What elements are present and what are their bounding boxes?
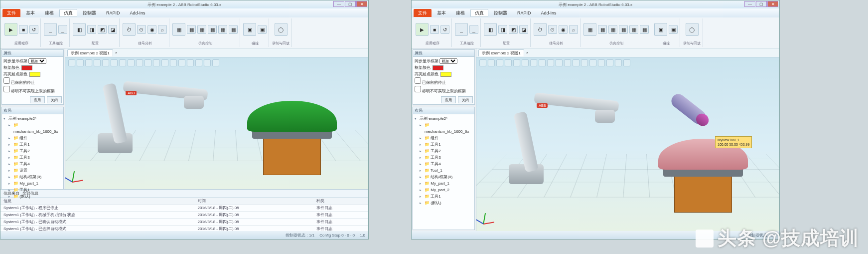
ribbon-button-icon[interactable]: ▦ xyxy=(218,25,227,34)
tab-基本[interactable]: 基本 xyxy=(21,9,39,17)
checkbox[interactable] xyxy=(3,86,10,92)
tree-item[interactable]: 📁 工具4 xyxy=(8,161,62,167)
ribbon-button-icon[interactable]: ▣ xyxy=(243,23,256,36)
tree-item[interactable]: 📁 My_part_1 xyxy=(420,180,473,187)
ribbon-button-icon[interactable]: ▦ xyxy=(197,25,206,34)
close-button[interactable]: ✕ xyxy=(356,1,367,7)
ribbon-button-icon[interactable]: ⎯ xyxy=(469,25,478,34)
ribbon-button-icon[interactable]: ▦ xyxy=(629,25,638,34)
view-tool-icon[interactable] xyxy=(204,59,211,66)
ribbon-button-icon[interactable]: ◩ xyxy=(509,25,518,34)
view-tab-close-icon[interactable]: × xyxy=(526,50,529,55)
ribbon-button-icon[interactable]: ▦ xyxy=(619,25,628,34)
view-tool-icon[interactable] xyxy=(539,59,546,66)
ribbon-button-icon[interactable]: ■ xyxy=(430,25,439,34)
tree-root[interactable]: 示例 example2*📁 mechanism_irb_1600_6x📁 组件📁… xyxy=(3,115,62,200)
close-button[interactable]: 关闭 xyxy=(458,96,473,103)
maximize-button[interactable]: ▢ xyxy=(345,1,356,7)
view-tool-icon[interactable] xyxy=(68,59,75,66)
view-tool-icon[interactable] xyxy=(505,59,512,66)
ribbon-button-icon[interactable]: ⌕ xyxy=(569,25,578,34)
view-tool-icon[interactable] xyxy=(488,59,495,66)
tree-item[interactable]: 📁 组件 xyxy=(420,135,473,141)
view-tool-icon[interactable] xyxy=(111,59,118,66)
robot-model[interactable]: ABB xyxy=(90,74,229,158)
ribbon-button-icon[interactable]: ⏱ xyxy=(534,23,547,36)
ribbon-button-icon[interactable]: ⏲ xyxy=(548,25,557,34)
ribbon-button-icon[interactable]: ◧ xyxy=(484,23,497,36)
view-tool-icon[interactable] xyxy=(556,59,563,66)
view-tool-icon[interactable] xyxy=(496,59,503,66)
ribbon-button-icon[interactable]: ⎯ xyxy=(58,25,67,34)
grid-row[interactable]: System1 (工作站) - 程序已停止2016/3/18 - 周四(二) 0… xyxy=(0,205,368,212)
ribbon-button-icon[interactable]: ◩ xyxy=(98,25,107,34)
tree-item[interactable]: 📁 工具2 xyxy=(8,148,62,154)
ribbon-button-icon[interactable]: ◉ xyxy=(147,25,156,34)
view-tool-icon[interactable] xyxy=(178,59,185,66)
view-tool-icon[interactable] xyxy=(479,59,486,66)
minimize-button[interactable]: — xyxy=(744,1,755,7)
apply-button[interactable]: 应用 xyxy=(441,96,456,103)
view-tab-close-icon[interactable]: × xyxy=(115,50,118,55)
ribbon-button-icon[interactable]: ▦ xyxy=(187,25,196,34)
view-tool-icon[interactable] xyxy=(161,59,168,66)
tree-item[interactable]: 📁 My_part_2 xyxy=(420,187,473,193)
frame-select[interactable]: 框架 xyxy=(439,58,457,64)
view-tool-icon[interactable] xyxy=(195,59,202,66)
view-tool-icon[interactable] xyxy=(153,59,160,66)
tree-item[interactable]: 📁 组件 xyxy=(8,135,62,141)
ribbon-button-icon[interactable]: ◪ xyxy=(519,25,528,34)
view-tool-icon[interactable] xyxy=(170,59,177,66)
tree-item[interactable]: 📁 Tool_1 xyxy=(420,167,473,174)
ribbon-button-icon[interactable]: ▦ xyxy=(640,25,649,34)
tab-控制器[interactable]: 控制器 xyxy=(78,9,101,17)
tree-item[interactable]: 📁 工具3 xyxy=(420,154,473,161)
ribbon-button-icon[interactable]: ◉ xyxy=(559,25,568,34)
color-swatch-icon[interactable] xyxy=(433,65,443,70)
tree-item[interactable]: 📁 工具1 xyxy=(8,141,62,148)
color-swatch-icon[interactable] xyxy=(440,72,451,77)
view-tool-icon[interactable] xyxy=(623,59,630,66)
tab-file[interactable]: 文件 xyxy=(414,9,432,17)
view-tool-icon[interactable] xyxy=(119,59,126,66)
ribbon-button-icon[interactable]: ↺ xyxy=(440,25,449,34)
grid-header[interactable]: 种类 xyxy=(313,198,368,205)
ribbon-button-icon[interactable]: ⏱ xyxy=(123,23,136,36)
tab-仿真[interactable]: 仿真 xyxy=(470,9,488,17)
view-tool-icon[interactable] xyxy=(145,59,151,66)
ribbon-button-icon[interactable]: ▶ xyxy=(416,23,429,36)
tree-item[interactable]: 📁 mechanism_irb_1600_6x xyxy=(8,122,62,135)
checkbox[interactable] xyxy=(415,77,421,84)
view-tool-icon[interactable] xyxy=(589,59,596,66)
tree-item[interactable]: 📁 工具4 xyxy=(420,161,473,167)
ribbon-button-icon[interactable]: ◯ xyxy=(275,23,288,36)
tab-Add-Ins[interactable]: Add-Ins xyxy=(126,9,150,17)
work-table[interactable] xyxy=(663,143,743,213)
view-tool-icon[interactable] xyxy=(102,59,109,66)
minimize-button[interactable]: — xyxy=(333,1,344,7)
tab-Add-Ins[interactable]: Add-Ins xyxy=(537,9,561,17)
close-button[interactable]: ✕ xyxy=(767,1,778,7)
view-tool-icon[interactable] xyxy=(564,59,571,66)
view-tool-icon[interactable] xyxy=(128,59,135,66)
tree-item[interactable]: 📁 结构/框架(0) xyxy=(8,174,62,180)
viewport-3d[interactable]: 示例 example 2 视图1× ABB MyNewTool_1100.00 … xyxy=(476,48,779,231)
view-tool-icon[interactable] xyxy=(85,59,92,66)
ribbon-button-icon[interactable]: ▶ xyxy=(4,23,17,36)
ribbon-button-icon[interactable]: ⎯ xyxy=(44,23,57,36)
view-tool-icon[interactable] xyxy=(77,59,84,66)
ribbon-button-icon[interactable]: ⎯ xyxy=(455,23,468,36)
tab-控制器[interactable]: 控制器 xyxy=(489,9,512,17)
tree-item[interactable]: 📁 (默认) xyxy=(420,200,473,206)
view-tool-icon[interactable] xyxy=(136,59,143,66)
color-swatch-icon[interactable] xyxy=(21,65,32,70)
tree-item[interactable]: 📁 结构/框架(0) xyxy=(420,174,473,180)
view-tool-icon[interactable] xyxy=(615,59,622,66)
view-tool-icon[interactable] xyxy=(547,59,554,66)
view-tool-icon[interactable] xyxy=(581,59,588,66)
view-tool-icon[interactable] xyxy=(187,59,194,66)
tab-RAPID[interactable]: RAPID xyxy=(513,9,536,17)
tab-建模[interactable]: 建模 xyxy=(40,9,58,17)
view-tool-icon[interactable] xyxy=(598,59,605,66)
tab-建模[interactable]: 建模 xyxy=(451,9,469,17)
